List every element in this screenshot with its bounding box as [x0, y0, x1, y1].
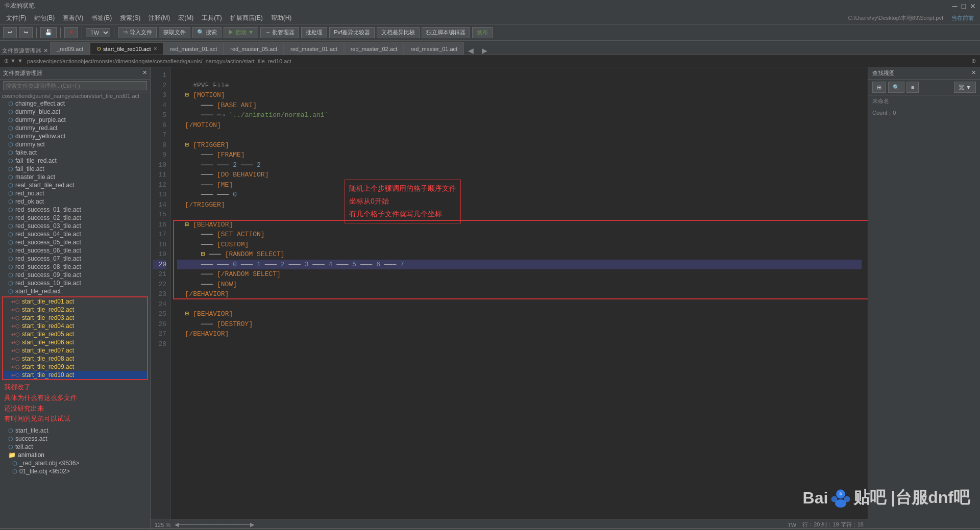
- tree-file-str08[interactable]: ↩⬡start_tile_red08.act: [3, 355, 147, 363]
- menu-extensions[interactable]: 扩展商店(E): [226, 13, 267, 23]
- tabs-scroll-right[interactable]: ▶: [478, 46, 492, 55]
- menu-bookmark[interactable]: 书签(B): [87, 13, 116, 23]
- right-panel-btn-width[interactable]: 宽 ▼: [954, 82, 976, 93]
- tree-file-rs09[interactable]: ⬡red_success_09_tile.act: [0, 271, 150, 279]
- tree-obj-01-tile[interactable]: ⬡01_tile.obj <9502>: [0, 467, 150, 475]
- tree-file-rs03[interactable]: ⬡red_success_03_tile.act: [0, 222, 150, 230]
- btn-start[interactable]: ▶ 启动 ▼: [224, 27, 258, 38]
- btn-search[interactable]: 🔍 搜索: [192, 27, 222, 38]
- tree-file-fake[interactable]: ⬡fake.act: [0, 148, 150, 157]
- tab-start-tile-red10[interactable]: ⊙ start_tile_red10.act ✕: [90, 42, 164, 55]
- code-line-8: ⊟ [TRIGGER]: [177, 140, 862, 150]
- tree-file-real-start[interactable]: ⬡real_start_tile_red.act: [0, 181, 150, 189]
- toolbar-location: 当在前前: [947, 14, 978, 22]
- menu-macro[interactable]: 宏(M): [174, 13, 198, 23]
- sidebar-search-input[interactable]: [3, 81, 147, 90]
- tree-file-rs07[interactable]: ⬡red_success_07_tile.act: [0, 255, 150, 263]
- tree-file-rs08[interactable]: ⬡red_success_08_tile.act: [0, 263, 150, 271]
- menu-help[interactable]: 帮助(H): [267, 13, 296, 23]
- btn-pvf-diff[interactable]: Pvf差异比较器: [329, 27, 375, 38]
- tree-file-dummy-purple[interactable]: ⬡dummy_purple.act: [0, 116, 150, 124]
- tree-file-str01[interactable]: ↩⬡start_tile_red01.act: [3, 297, 147, 306]
- btn-fetch[interactable]: 获取文件: [159, 27, 190, 38]
- tree-file-rs05[interactable]: ⬡red_success_05_tile.act: [0, 238, 150, 246]
- code-editor[interactable]: 1 2 3 4 5 6 7 8 9 10 11 12 13 14 15 16 1…: [151, 67, 868, 519]
- tree-file-chainge[interactable]: ⬡chainge_effect.act: [0, 99, 150, 108]
- tabs-scroll-left[interactable]: ◀: [464, 46, 478, 55]
- tab-red-master-01-2[interactable]: red_master_01.act: [284, 42, 344, 55]
- tree-file-start-red[interactable]: ⬡start_tile_red.act: [0, 287, 150, 295]
- tab-red-master-01-1[interactable]: red_master_01.act: [164, 42, 224, 55]
- tree-file-dummy[interactable]: ⬡dummy.act: [0, 140, 150, 148]
- btn-batch[interactable]: 批处理: [301, 27, 327, 38]
- toolbar-save[interactable]: 💾: [40, 27, 57, 38]
- tree-file-rs06[interactable]: ⬡red_success_06_tile.act: [0, 246, 150, 255]
- menu-package[interactable]: 封包(B): [30, 13, 59, 23]
- tree-file-rs04[interactable]: ⬡red_success_04_tile.act: [0, 230, 150, 238]
- maximize-button[interactable]: □: [962, 2, 966, 10]
- tree-file-rs10[interactable]: ⬡red_success_10_tile.act: [0, 279, 150, 287]
- sidebar-annotation: 我都改了 具体为什么有这么多文件 还没研究出来 有时间的兄弟可以试试: [4, 382, 146, 424]
- tab-red-master-02[interactable]: red_master_02.act: [344, 42, 404, 55]
- tree-file-master-tile[interactable]: ⬡master_tile.act: [0, 173, 150, 181]
- sidebar-resize-handle[interactable]: [0, 528, 151, 529]
- tab-red09[interactable]: _red09.act: [50, 42, 90, 55]
- tree-file-red-ok[interactable]: ⬡red_ok.act: [0, 197, 150, 206]
- menu-view[interactable]: 查看(V): [59, 13, 87, 23]
- btn-import[interactable]: ⇒ 导入文件: [118, 27, 157, 38]
- tree-file-str09[interactable]: ↩⬡start_tile_red09.act: [3, 363, 147, 371]
- toolbar-redo[interactable]: ↪: [19, 27, 33, 38]
- tree-file-dummy-yellow[interactable]: ⬡dummy_yellow.act: [0, 132, 150, 140]
- tree-file-rs01[interactable]: ⬡red_success_01_tile.act: [0, 206, 150, 214]
- file-icon: ⬡: [8, 223, 13, 230]
- toolbar-undo[interactable]: ↩: [3, 27, 17, 38]
- tree-file-red-no[interactable]: ⬡red_no.act: [0, 189, 150, 197]
- tree-file-fall-tile-red[interactable]: ⬡fall_tile_red.act: [0, 157, 150, 165]
- tree-file-str04[interactable]: ↩⬡start_tile_red04.act: [3, 322, 147, 330]
- tree-file-dummy-red[interactable]: ⬡dummy_red.act: [0, 124, 150, 132]
- tree-file-str10[interactable]: ↩⬡start_tile_red10.act: [3, 371, 147, 379]
- tree-file-tell[interactable]: ⬡tell.act: [0, 443, 150, 451]
- btn-doc-diff[interactable]: 文档差异比较: [377, 27, 420, 38]
- tree-obj-red-start[interactable]: ⬡_red_start.obj <9536>: [0, 459, 150, 467]
- scroll-bar-horizontal[interactable]: ◀──────────────────▶: [175, 521, 254, 528]
- tab-red-master-01-3[interactable]: red_master_01.act: [404, 42, 464, 55]
- filepath-icon[interactable]: ⊕: [971, 58, 976, 64]
- toolbar-delete[interactable]: ✕: [64, 27, 78, 38]
- tree-file-success[interactable]: ⬡success.act: [0, 435, 150, 443]
- btn-manager[interactable]: → 批管理器: [260, 27, 299, 38]
- minimize-button[interactable]: ─: [952, 2, 958, 10]
- tree-file-start-tile[interactable]: ⬡start_tile.act: [0, 426, 150, 435]
- tab-close-icon[interactable]: ✕: [153, 46, 157, 52]
- tree-file-rs02[interactable]: ⬡red_success_02_tile.act: [0, 214, 150, 222]
- btn-standalone[interactable]: 独立脚本编辑器: [422, 27, 470, 38]
- right-panel-btn-list[interactable]: ≡: [906, 82, 919, 93]
- tree-folder-animation[interactable]: 📁 animation: [0, 451, 150, 459]
- close-button[interactable]: ✕: [970, 2, 976, 10]
- tree-file-str06[interactable]: ↩⬡start_tile_red06.act: [3, 338, 147, 346]
- right-panel-btn-search[interactable]: 🔍: [888, 82, 904, 93]
- tree-file-str02[interactable]: ↩⬡start_tile_red02.act: [3, 306, 147, 314]
- sidebar-close[interactable]: ✕: [142, 69, 147, 77]
- menu-comment[interactable]: 注释(M): [144, 13, 174, 23]
- menu-tools[interactable]: 工具(T): [198, 13, 226, 23]
- code-content[interactable]: #PVF_File ⊟ [MOTION] ─── [BASE ANI] ─── …: [171, 67, 868, 519]
- menu-file[interactable]: 文件(F): [2, 13, 30, 23]
- line-num-1: 1: [153, 70, 166, 81]
- btn-publish[interactable]: 发布: [472, 27, 493, 38]
- right-panel-btn-grid[interactable]: ⊞: [872, 82, 886, 93]
- file-icon: ⬡: [8, 444, 13, 450]
- tree-file-dummy-blue[interactable]: ⬡dummy_blue.act: [0, 108, 150, 116]
- tree-file-str05[interactable]: ↩⬡start_tile_red05.act: [3, 330, 147, 338]
- code-line-21: ─── [/RANDOM SELECT]: [177, 269, 862, 280]
- sidebar-toggle[interactable]: 文件资源管理器 ✕: [0, 47, 50, 55]
- right-panel-close[interactable]: ✕: [971, 69, 976, 77]
- menu-search[interactable]: 搜索(S): [116, 13, 144, 23]
- line-num-20: 20: [153, 260, 166, 270]
- file-icon: ⬡: [8, 280, 13, 287]
- mode-select[interactable]: TW: [86, 28, 110, 37]
- tab-red-master-05[interactable]: red_master_05.act: [224, 42, 284, 55]
- tree-file-str07[interactable]: ↩⬡start_tile_red07.act: [3, 346, 147, 355]
- tree-file-str03[interactable]: ↩⬡start_tile_red03.act: [3, 314, 147, 322]
- tree-file-fall-tile[interactable]: ⬡fall_tile.act: [0, 165, 150, 173]
